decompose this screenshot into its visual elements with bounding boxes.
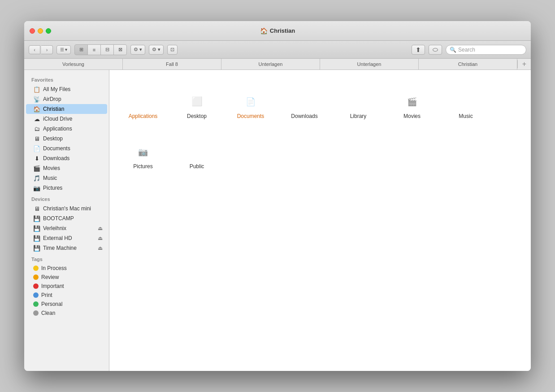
- toolbar: ‹ › ☰ ▾ ⊞ ≡ ⊟ ⊠ ⚙ ▾ ⚙ ▾ ⊡ ⬆ ⬭ 🔍: [24, 41, 531, 59]
- sidebar-item-print[interactable]: Print: [26, 291, 107, 300]
- sidebar-item-downloads[interactable]: ⬇ Downloads: [26, 153, 107, 163]
- christian-icon: 🏠: [33, 105, 40, 113]
- folder-music[interactable]: ♪ Music: [441, 79, 490, 125]
- list-view-toggle[interactable]: ☰ ▾: [56, 45, 71, 54]
- sidebar-item-all-my-files[interactable]: 📋 All My Files: [26, 84, 107, 94]
- window-title: 🏠 Christian: [260, 27, 295, 35]
- sidebar-item-time-machine[interactable]: 💾 Time Machine ⏏: [26, 243, 107, 253]
- home-icon: 🏠: [260, 27, 268, 35]
- folder-documents[interactable]: 📄 Documents: [226, 79, 275, 125]
- verleihnix-icon: 💾: [33, 225, 40, 232]
- pictures-folder-label: Pictures: [133, 163, 152, 170]
- action-arrow: ▾: [158, 47, 160, 52]
- back-button[interactable]: ‹: [29, 45, 40, 54]
- forward-button[interactable]: ›: [41, 45, 53, 54]
- applications-label: Applications: [43, 126, 72, 132]
- action-button[interactable]: ⚙ ▾: [149, 45, 164, 55]
- breadcrumb-christian[interactable]: Christian: [419, 59, 517, 70]
- sidebar-item-bootcamp[interactable]: 💾 BOOTCAMP: [26, 213, 107, 223]
- pictures-folder-icon: 📷: [126, 134, 160, 161]
- tag-button[interactable]: ⬭: [429, 45, 442, 55]
- folder-public[interactable]: ➤ Public: [172, 129, 221, 175]
- public-folder-label: Public: [190, 163, 204, 170]
- display-icon: ⊡: [170, 47, 174, 52]
- sidebar-item-mac-mini[interactable]: 🖥 Christian's Mac mini: [26, 204, 107, 213]
- music-icon: 🎵: [33, 174, 40, 182]
- minimize-button[interactable]: [38, 28, 43, 34]
- sidebar-item-review[interactable]: Review: [26, 273, 107, 282]
- breadcrumb-fall8[interactable]: Fall 8: [123, 59, 221, 70]
- search-placeholder: Search: [458, 47, 475, 53]
- search-box[interactable]: 🔍 Search: [446, 45, 526, 55]
- file-grid: A Applications ⬜ Desktop: [118, 79, 522, 174]
- finder-window: 🏠 Christian ‹ › ☰ ▾ ⊞ ≡ ⊟ ⊠ ⚙ ▾ ⚙ ▾ ⊡: [24, 21, 531, 371]
- time-machine-eject[interactable]: ⏏: [98, 245, 103, 251]
- sidebar-item-music[interactable]: 🎵 Music: [26, 173, 107, 183]
- folder-applications[interactable]: A Applications: [118, 79, 168, 125]
- sidebar-item-important[interactable]: Important: [26, 282, 107, 291]
- folder-library[interactable]: 🏛 Library: [334, 79, 383, 125]
- airdrop-label: AirDrop: [43, 96, 61, 102]
- pictures-label: Pictures: [43, 185, 62, 191]
- library-folder-icon: 🏛: [342, 83, 375, 110]
- breadcrumb-add-button[interactable]: +: [517, 60, 531, 68]
- sidebar-item-verleihnix[interactable]: 💾 Verleihnix ⏏: [26, 223, 107, 233]
- all-my-files-label: All My Files: [43, 86, 70, 92]
- coverflow-view-button[interactable]: ⊠: [114, 45, 126, 55]
- library-folder-label: Library: [350, 113, 367, 120]
- icon-view-button[interactable]: ⊞: [75, 45, 87, 55]
- maximize-button[interactable]: [46, 28, 51, 34]
- documents-icon: 📄: [33, 145, 40, 152]
- close-button[interactable]: [30, 28, 35, 34]
- sidebar-item-desktop[interactable]: 🖥 Desktop: [26, 134, 107, 144]
- main-area: Favorites 📋 All My Files 📡 AirDrop 🏠 Chr…: [24, 70, 531, 371]
- music-folder-icon: ♪: [449, 83, 483, 110]
- folder-movies[interactable]: 🎬 Movies: [387, 79, 437, 125]
- desktop-label: Desktop: [43, 135, 63, 142]
- desktop-folder-label: Desktop: [187, 113, 207, 120]
- icloud-icon: ☁: [33, 115, 40, 122]
- sidebar: Favorites 📋 All My Files 📡 AirDrop 🏠 Chr…: [24, 70, 109, 371]
- sidebar-item-airdrop[interactable]: 📡 AirDrop: [26, 94, 107, 104]
- nav-buttons: ‹ ›: [29, 45, 53, 54]
- sidebar-item-personal[interactable]: Personal: [26, 300, 107, 309]
- window-title-text: Christian: [270, 27, 295, 34]
- sidebar-item-clean[interactable]: Clean: [26, 309, 107, 318]
- sidebar-item-applications[interactable]: 🗂 Applications: [26, 124, 107, 134]
- arrange-arrow: ▾: [139, 47, 142, 52]
- arrange-icon: ⚙: [134, 47, 138, 52]
- external-hd-eject[interactable]: ⏏: [98, 235, 103, 241]
- downloads-folder-icon: ⬇: [288, 83, 321, 110]
- sidebar-item-icloud-drive[interactable]: ☁ iCloud Drive: [26, 114, 107, 124]
- sidebar-item-in-process[interactable]: In Process: [26, 264, 107, 273]
- movies-label: Movies: [43, 165, 60, 171]
- breadcrumb-bar: Vorlesung Fall 8 Unterlagen Unterlagen C…: [24, 59, 531, 70]
- personal-dot: [33, 301, 39, 307]
- tags-label: Tags: [24, 253, 109, 264]
- display-button[interactable]: ⊡: [167, 45, 178, 55]
- folder-desktop[interactable]: ⬜ Desktop: [172, 79, 221, 125]
- verleihnix-label: Verleihnix: [43, 225, 66, 231]
- list-view-button[interactable]: ≡: [88, 45, 100, 55]
- applications-icon: 🗂: [33, 125, 40, 132]
- applications-folder-icon: A: [126, 83, 160, 110]
- breadcrumb-unterlagen2[interactable]: Unterlagen: [320, 59, 419, 70]
- sidebar-item-pictures[interactable]: 📷 Pictures: [26, 183, 107, 193]
- column-view-button[interactable]: ⊟: [101, 45, 113, 55]
- sidebar-item-christian[interactable]: 🏠 Christian: [26, 104, 107, 114]
- sidebar-item-external-hd[interactable]: 💾 External HD ⏏: [26, 233, 107, 243]
- arrange-button[interactable]: ⚙ ▾: [130, 45, 145, 55]
- folder-downloads[interactable]: ⬇ Downloads: [280, 79, 329, 125]
- folder-pictures[interactable]: 📷 Pictures: [118, 129, 168, 175]
- verleihnix-eject[interactable]: ⏏: [98, 225, 103, 231]
- in-process-dot: [33, 266, 39, 271]
- sidebar-item-movies[interactable]: 🎬 Movies: [26, 163, 107, 173]
- desktop-folder-icon: ⬜: [180, 83, 214, 110]
- sidebar-item-documents[interactable]: 📄 Documents: [26, 144, 107, 153]
- breadcrumb-vorlesung[interactable]: Vorlesung: [24, 59, 123, 70]
- important-dot: [33, 283, 39, 289]
- share-button[interactable]: ⬆: [412, 45, 425, 55]
- breadcrumb-unterlagen1[interactable]: Unterlagen: [221, 59, 320, 70]
- documents-folder-label: Documents: [237, 113, 264, 120]
- share-icon: ⬆: [416, 46, 421, 53]
